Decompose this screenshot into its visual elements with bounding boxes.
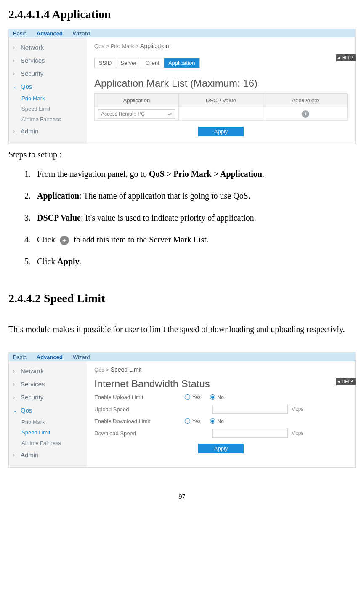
mark-table: Application Access Remote PC ▴▾ DSCP Val… [94, 93, 348, 121]
sidebar-subitem-speedlimit[interactable]: Speed Limit [9, 427, 87, 438]
radio-download-no[interactable]: No [210, 418, 224, 424]
radio-upload-yes[interactable]: Yes [185, 394, 201, 400]
sidebar: ›Network ›Services ›Security ⌄Qos Prio M… [9, 361, 87, 467]
sidebar-subitem-airtime[interactable]: Airtime Fairness [9, 114, 87, 125]
tab-basic[interactable]: Basic [13, 354, 27, 360]
sidebar-item-security[interactable]: ›Security [9, 391, 87, 404]
radio-icon [210, 418, 215, 424]
sidebar-item-network[interactable]: ›Network [9, 41, 87, 54]
dscp-cell[interactable] [179, 107, 263, 121]
sidebar-label: Services [21, 381, 45, 388]
sidebar-label: Security [21, 394, 43, 401]
tab-wizard[interactable]: Wizard [73, 30, 90, 37]
apply-button[interactable]: Apply [198, 127, 244, 136]
step-2: 2.Application: The name of application t… [24, 189, 356, 202]
select-arrows-icon: ▴▾ [168, 112, 172, 116]
steps-intro: Steps to set up : [8, 150, 356, 160]
input-upload-speed[interactable] [212, 405, 288, 414]
radio-label: Yes [192, 394, 201, 400]
sidebar-item-services[interactable]: ›Services [9, 54, 87, 67]
step-text: From the navigation panel, go to [37, 169, 149, 178]
panel-title: Application Mark List (Maximum: 16) [94, 77, 348, 89]
radio-label: Yes [192, 418, 201, 424]
tab-advanced[interactable]: Advanced [37, 30, 63, 37]
sidebar-item-network[interactable]: ›Network [9, 365, 87, 378]
radio-icon [210, 394, 215, 400]
chevron-right-icon: › [13, 394, 17, 400]
row-enable-upload: Enable Upload Limit Yes No [94, 394, 348, 400]
sidebar-item-admin[interactable]: ›Admin [9, 125, 87, 138]
top-tabs: Basic Advanced Wizard [9, 29, 355, 37]
tab-advanced[interactable]: Advanced [37, 354, 63, 360]
label-enable-download: Enable Download Limit [94, 418, 185, 424]
row-enable-download: Enable Download Limit Yes No [94, 418, 348, 424]
unit-mbps: Mbps [291, 430, 303, 436]
chevron-right-icon: › [13, 381, 17, 387]
breadcrumb-current: Application [140, 43, 169, 49]
step-bold: QoS > Prio Mark > Application [149, 169, 262, 178]
section-heading-speedlimit: 2.4.4.2 Speed Limit [8, 292, 356, 305]
radio-download-yes[interactable]: Yes [185, 418, 201, 424]
sidebar-item-security[interactable]: ›Security [9, 67, 87, 80]
tab-wizard[interactable]: Wizard [73, 354, 90, 360]
content-area: HELP Qos > Prio Mark > Application SSID … [87, 37, 355, 144]
step-bold: Application [37, 191, 79, 200]
step-text: Click [37, 257, 57, 266]
sidebar-item-qos[interactable]: ⌄Qos [9, 80, 87, 93]
select-value: Access Remote PC [101, 111, 145, 117]
steps-list: 1.From the navigation panel, go to QoS >… [8, 167, 356, 268]
chevron-right-icon: › [13, 452, 17, 458]
sidebar-label: Network [21, 44, 44, 51]
add-icon[interactable]: + [302, 110, 309, 118]
screenshot-application: Basic Advanced Wizard ›Network ›Services… [8, 29, 356, 144]
col-header-dscp: DSCP Value [179, 93, 263, 107]
unit-mbps: Mbps [291, 406, 303, 412]
input-download-speed[interactable] [212, 429, 288, 438]
breadcrumb-path: Qos > [94, 367, 111, 373]
help-button[interactable]: HELP [336, 54, 356, 61]
sidebar-item-qos[interactable]: ⌄Qos [9, 404, 87, 417]
application-select[interactable]: Access Remote PC ▴▾ [98, 109, 175, 119]
col-header-application: Application [94, 93, 179, 107]
label-enable-upload: Enable Upload Limit [94, 394, 185, 400]
sidebar-label: Qos [21, 83, 32, 90]
breadcrumb: Qos > Speed Limit [94, 366, 348, 373]
screenshot-speedlimit: Basic Advanced Wizard ›Network ›Services… [8, 352, 356, 468]
inner-tab-server[interactable]: Server [116, 58, 141, 68]
sidebar-subitem-speedlimit[interactable]: Speed Limit [9, 104, 87, 114]
apply-button[interactable]: Apply [198, 444, 244, 453]
radio-icon [185, 418, 190, 424]
sidebar-label: Security [21, 70, 43, 77]
radio-upload-no[interactable]: No [210, 394, 224, 400]
sidebar-label: Qos [21, 407, 32, 414]
step-text: : It's value is used to indicate priorit… [81, 213, 256, 222]
inner-tabs: SSID Server Client Application [94, 58, 200, 68]
chevron-right-icon: › [13, 128, 17, 134]
sidebar-label: Services [21, 57, 45, 64]
chevron-right-icon: › [13, 71, 17, 77]
help-button[interactable]: HELP [336, 378, 356, 385]
sidebar-subitem-priomark[interactable]: Prio Mark [9, 417, 87, 427]
step-bold: DSCP Value [37, 213, 81, 222]
step-text: Click [37, 235, 57, 244]
sidebar-item-services[interactable]: ›Services [9, 378, 87, 391]
inner-tab-ssid[interactable]: SSID [95, 58, 116, 68]
radio-icon [185, 394, 190, 400]
inner-tab-application[interactable]: Application [164, 58, 199, 68]
row-upload-speed: Upload Speed Mbps [94, 405, 348, 414]
step-1: 1.From the navigation panel, go to QoS >… [24, 167, 356, 181]
breadcrumb: Qos > Prio Mark > Application [94, 43, 348, 49]
label-upload-speed: Upload Speed [94, 406, 185, 413]
inner-tab-client[interactable]: Client [141, 58, 164, 68]
tab-basic[interactable]: Basic [13, 30, 27, 37]
sidebar-subitem-priomark[interactable]: Prio Mark [9, 93, 87, 104]
sidebar-item-admin[interactable]: ›Admin [9, 448, 87, 461]
step-4: 4.Click + to add this item to the Server… [24, 233, 356, 246]
speedlimit-description: This module makes it possible for user t… [8, 320, 356, 338]
plus-icon: + [60, 236, 69, 245]
chevron-right-icon: › [13, 368, 17, 374]
radio-label: No [218, 418, 224, 424]
sidebar-subitem-airtime[interactable]: Airtime Fairness [9, 438, 87, 448]
sidebar: ›Network ›Services ›Security ⌄Qos Prio M… [9, 37, 87, 144]
step-3: 3.DSCP Value: It's value is used to indi… [24, 211, 356, 224]
